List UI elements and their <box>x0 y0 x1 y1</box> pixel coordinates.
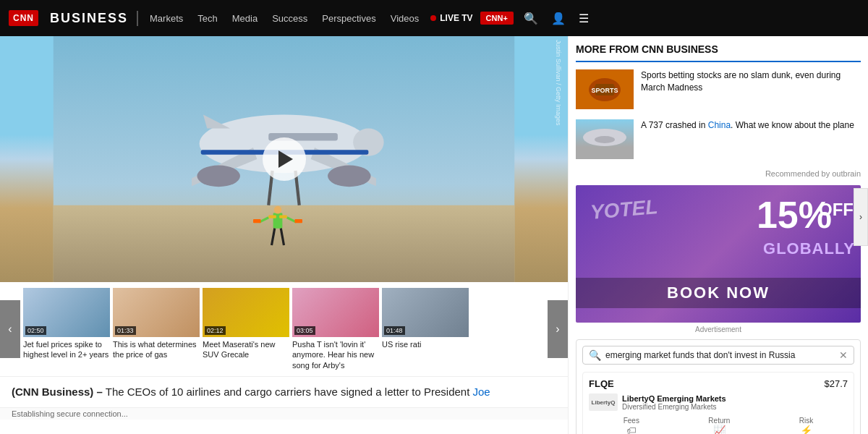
nav-item-markets[interactable]: Markets <box>150 13 183 24</box>
search-icon: 🔍 <box>524 12 538 25</box>
sidebar-item-text-before: A 737 crashed in <box>641 120 708 130</box>
thumbnail-image: 01:33 <box>113 288 200 337</box>
risk-icon: ⚡ <box>799 425 813 434</box>
sidebar-item[interactable]: SPORTS Sports betting stocks are no slam… <box>576 69 861 109</box>
svg-point-8 <box>328 166 371 187</box>
svg-point-29 <box>595 136 615 143</box>
etf-stat-return: Return 📈 <box>708 417 730 434</box>
site-header: CNN BUSINESS Markets Tech Media Success … <box>0 0 868 36</box>
search-input-row: 🔍 emerging market funds that don't inves… <box>582 346 854 365</box>
svg-rect-15 <box>279 216 287 218</box>
menu-icon: ☰ <box>579 12 589 25</box>
sidebar-title: MORE FROM CNN BUSINESS <box>576 36 861 62</box>
etf-price: $27.7 <box>824 378 848 389</box>
ad-book-now-label[interactable]: BOOK NOW <box>576 278 861 308</box>
nav-item-media[interactable]: Media <box>232 13 258 24</box>
main-content: Justin Sullivan / Getty Images ‹ 02:50 J… <box>0 36 868 434</box>
etf-stats: Fees 🏷 Return 📈 Risk ⚡ <box>589 417 848 434</box>
ad-banner[interactable]: YOTEL 15% OFF GLOBALLY BOOK NOW <box>576 185 861 323</box>
article-link[interactable]: Joe <box>473 386 490 398</box>
scroll-right-indicator[interactable]: › <box>854 188 868 246</box>
ad-brand: YOTEL <box>590 197 658 223</box>
thumbnail-image: 02:50 <box>23 288 110 337</box>
nav-item-perspectives[interactable]: Perspectives <box>322 13 375 24</box>
thumbnail-duration: 03:05 <box>294 326 315 335</box>
etf-header: FLQE $27.7 <box>589 378 848 389</box>
thumbnail-caption: This is what determines the price of gas <box>113 339 200 360</box>
search-widget-query: emerging market funds that don't invest … <box>605 350 835 360</box>
account-icon: 👤 <box>551 12 566 25</box>
etf-category: Diversified Emerging Markets <box>622 403 726 411</box>
video-background: Justin Sullivan / Getty Images <box>0 36 568 282</box>
thumbnail-item[interactable]: 03:05 Pusha T isn't 'lovin it' anymore. … <box>292 288 379 370</box>
thumbnail-item[interactable]: 01:48 US rise rati <box>382 288 469 370</box>
status-bar: Establishing secure connection... <box>0 407 568 420</box>
menu-button[interactable]: ☰ <box>576 9 592 28</box>
live-tv-label: LIVE TV <box>440 13 472 23</box>
etf-risk-label: Risk <box>799 417 813 425</box>
business-logo: BUSINESS <box>50 11 138 26</box>
svg-point-16 <box>274 206 282 214</box>
main-nav: Markets Tech Media Success Perspectives … <box>150 12 419 25</box>
thumbnail-item[interactable]: 02:50 Jet fuel prices spike to highest l… <box>23 288 110 370</box>
thumbnails-list: 02:50 Jet fuel prices spike to highest l… <box>20 288 548 370</box>
thumbnail-item[interactable]: 01:33 This is what determines the price … <box>113 288 200 370</box>
play-button[interactable] <box>263 137 306 181</box>
search-widget-icon: 🔍 <box>589 349 601 361</box>
cnn-plus-badge[interactable]: CNN+ <box>480 12 514 25</box>
etf-logo-area: LibertyQ LibertyQ Emerging Markets Diver… <box>589 393 848 411</box>
thumbnail-item[interactable]: 02:12 Meet Maserati's new SUV Grecale <box>203 288 289 370</box>
ad-label: Advertisement <box>576 326 861 333</box>
thumbnail-duration: 01:48 <box>384 326 405 335</box>
sidebar-item-link[interactable]: China <box>708 120 731 130</box>
cnn-logo: CNN <box>9 10 38 26</box>
sidebar-item-text: A 737 crashed in China. What we know abo… <box>641 119 854 132</box>
sidebar-thumbnail <box>576 119 634 159</box>
header-right: LIVE TV CNN+ 🔍 👤 ☰ <box>430 9 592 28</box>
etf-fees-label: Fees <box>624 417 639 425</box>
etf-stat-risk: Risk ⚡ <box>799 417 813 434</box>
sidebar-thumbnail: SPORTS <box>576 69 634 109</box>
etf-ticker: FLQE <box>589 378 614 389</box>
video-copyright: Justin Sullivan / Getty Images <box>555 40 562 126</box>
nav-item-tech[interactable]: Tech <box>197 13 217 24</box>
sidebar-item[interactable]: A 737 crashed in China. What we know abo… <box>576 119 861 159</box>
article-source: (CNN Business) – <box>12 386 103 398</box>
thumbnail-caption: Pusha T isn't 'lovin it' anymore. Hear h… <box>292 339 379 370</box>
article-body: The CEOs of 10 airlines and cargo carrie… <box>106 386 490 398</box>
thumbnail-duration: 02:50 <box>25 326 46 335</box>
recommended-label: Recommended by outbrain <box>576 169 861 178</box>
account-button[interactable]: 👤 <box>548 9 569 28</box>
search-clear-button[interactable]: ✕ <box>839 349 848 361</box>
thumbnail-duration: 02:12 <box>205 326 226 335</box>
video-section: Justin Sullivan / Getty Images ‹ 02:50 J… <box>0 36 568 434</box>
svg-rect-20 <box>294 219 302 223</box>
video-player[interactable]: Justin Sullivan / Getty Images <box>0 36 568 282</box>
svg-point-7 <box>197 166 240 187</box>
svg-text:SPORTS: SPORTS <box>591 87 618 94</box>
thumbnail-caption: Jet fuel prices spike to highest level i… <box>23 339 110 360</box>
search-widget: 🔍 emerging market funds that don't inves… <box>576 339 861 434</box>
thumbnails-prev-button[interactable]: ‹ <box>0 300 20 358</box>
live-tv-indicator[interactable]: LIVE TV <box>430 13 472 23</box>
right-sidebar: MORE FROM CNN BUSINESS SPORTS Sports bet… <box>568 36 868 434</box>
thumbnail-image: 03:05 <box>292 288 379 337</box>
fees-icon: 🏷 <box>624 425 639 434</box>
sidebar-item-text-after: . What we know about the plane <box>731 120 854 130</box>
sidebar-item-text: Sports betting stocks are no slam dunk, … <box>641 69 861 94</box>
thumbnail-caption: Meet Maserati's new SUV Grecale <box>203 339 289 360</box>
status-text: Establishing secure connection... <box>12 409 128 418</box>
search-button[interactable]: 🔍 <box>521 9 541 28</box>
etf-logo: LibertyQ <box>589 393 618 411</box>
etf-name: LibertyQ Emerging Markets <box>622 394 726 403</box>
nav-item-videos[interactable]: Videos <box>391 13 420 24</box>
etf-info: LibertyQ Emerging Markets Diversified Em… <box>622 394 726 411</box>
ad-off-label: OFF <box>819 200 854 220</box>
thumbnail-image: 01:48 <box>382 288 469 337</box>
live-dot <box>430 15 436 21</box>
etf-card[interactable]: FLQE $27.7 LibertyQ LibertyQ Emerging Ma… <box>582 372 854 434</box>
svg-rect-14 <box>268 216 276 218</box>
thumbnails-next-button[interactable]: › <box>548 300 568 358</box>
svg-rect-19 <box>253 219 261 223</box>
nav-item-success[interactable]: Success <box>272 13 307 24</box>
